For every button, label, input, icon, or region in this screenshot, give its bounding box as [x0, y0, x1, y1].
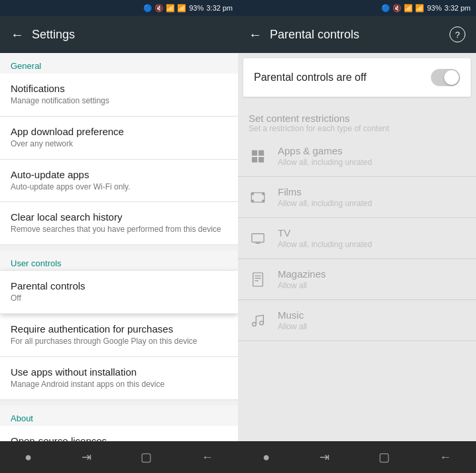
left-nav-square[interactable]: ▢ — [130, 445, 162, 470]
svg-point-17 — [260, 321, 264, 325]
right-header: ← Parental controls ? — [238, 16, 476, 53]
divider-2 — [0, 400, 238, 405]
content-restrictions-title: Set content restrictions — [249, 113, 465, 124]
notifications-subtitle: Manage notification settings — [11, 95, 227, 107]
apps-icon — [249, 147, 267, 166]
content-item-films[interactable]: Films Allow all, including unrated — [238, 177, 476, 218]
apps-subtitle: Allow all, including unrated — [278, 158, 465, 167]
auto-update-subtitle: Auto-update apps over Wi-Fi only. — [11, 182, 227, 193]
help-icon[interactable]: ? — [449, 26, 465, 42]
music-title: Music — [278, 309, 465, 321]
content-item-tv[interactable]: TV Allow all, including unrated — [238, 218, 476, 259]
svg-rect-6 — [262, 192, 265, 195]
left-back-icon[interactable]: ← — [11, 27, 24, 42]
divider-1 — [0, 245, 238, 250]
notifications-title: Notifications — [11, 83, 227, 94]
left-nav-home[interactable]: ● — [14, 445, 42, 470]
films-icon — [249, 188, 267, 207]
music-icon — [249, 311, 267, 330]
auto-update-title: Auto-update apps — [11, 169, 227, 180]
clear-search-subtitle: Remove searches that you have performed … — [11, 224, 227, 235]
left-panel: 🔵 🔇 📶 📶 93% 3:32 pm ← Settings General N… — [0, 0, 238, 473]
left-nav-recent[interactable]: ⇥ — [71, 445, 102, 470]
settings-item-app-download[interactable]: App download preference Over any network — [0, 117, 238, 160]
left-bottom-nav: ● ⇥ ▢ ← — [0, 441, 238, 473]
content-item-apps[interactable]: Apps & games Allow all, including unrate… — [238, 136, 476, 177]
svg-point-16 — [253, 322, 257, 326]
parental-toggle-label: Parental controls are off — [254, 72, 367, 83]
left-status-icons: 🔵 🔇 📶 📶 — [143, 4, 186, 13]
settings-item-clear-search[interactable]: Clear local search history Remove search… — [0, 202, 238, 245]
svg-rect-5 — [251, 192, 254, 195]
right-content: Parental controls are off Set content re… — [238, 53, 476, 441]
music-subtitle: Allow all — [278, 322, 465, 331]
right-nav-home[interactable]: ● — [252, 445, 280, 470]
auth-purchases-title: Require authentication for purchases — [11, 323, 227, 335]
films-subtitle: Allow all, including unrated — [278, 199, 465, 208]
right-time: 3:32 pm — [444, 4, 471, 12]
parental-toggle-switch[interactable] — [431, 69, 460, 86]
right-battery: 93% — [427, 4, 442, 12]
left-status-bar: 🔵 🔇 📶 📶 93% 3:32 pm — [0, 0, 238, 16]
settings-item-open-source[interactable]: Open-source licences — [0, 426, 238, 441]
right-panel: 🔵 🔇 📶 📶 93% 3:32 pm ← Parental controls … — [238, 0, 476, 473]
right-status-icons: 🔵 🔇 📶 📶 — [381, 4, 424, 13]
content-item-music[interactable]: Music Allow all — [238, 300, 476, 341]
svg-rect-8 — [262, 199, 265, 202]
right-nav-square[interactable]: ▢ — [368, 445, 400, 470]
films-title: Films — [278, 186, 465, 197]
settings-item-auth-purchases[interactable]: Require authentication for purchases For… — [0, 314, 238, 357]
svg-rect-9 — [252, 233, 264, 242]
content-item-magazines[interactable]: Magazines Allow all — [238, 259, 476, 300]
svg-rect-7 — [251, 199, 254, 202]
svg-rect-12 — [253, 272, 263, 286]
content-restrictions-subtitle: Set a restriction for each type of conte… — [249, 124, 465, 133]
content-restrictions-header: Set content restrictions Set a restricti… — [238, 102, 476, 136]
left-battery: 93% — [189, 4, 204, 12]
parental-controls-title: Parental controls — [11, 280, 227, 291]
settings-item-use-apps[interactable]: Use apps without installation Manage And… — [0, 357, 238, 400]
svg-rect-0 — [252, 150, 257, 155]
section-label-general: General — [0, 53, 238, 74]
svg-rect-3 — [259, 156, 264, 162]
app-download-title: App download preference — [11, 126, 227, 137]
magazines-icon — [249, 270, 267, 289]
right-back-icon[interactable]: ← — [249, 27, 262, 42]
settings-item-notifications[interactable]: Notifications Manage notification settin… — [0, 74, 238, 117]
right-status-bar: 🔵 🔇 📶 📶 93% 3:32 pm — [238, 0, 476, 16]
left-time: 3:32 pm — [206, 4, 233, 12]
use-apps-subtitle: Manage Android instant apps on this devi… — [11, 379, 227, 390]
use-apps-title: Use apps without installation — [11, 366, 227, 378]
auth-purchases-subtitle: For all purchases through Google Play on… — [11, 336, 227, 347]
tv-title: TV — [278, 227, 465, 238]
section-label-user-controls: User controls — [0, 250, 238, 271]
left-title: Settings — [32, 28, 75, 42]
magazines-title: Magazines — [278, 268, 465, 280]
right-bottom-nav: ● ⇥ ▢ ← — [238, 441, 476, 473]
apps-title: Apps & games — [278, 145, 465, 156]
settings-item-parental-controls[interactable]: Parental controls Off — [0, 271, 238, 314]
settings-item-auto-update[interactable]: Auto-update apps Auto-update apps over W… — [0, 160, 238, 203]
svg-rect-2 — [252, 156, 257, 162]
tv-icon — [249, 229, 267, 248]
left-header: ← Settings — [0, 16, 238, 53]
left-nav-back[interactable]: ← — [191, 445, 224, 470]
svg-rect-1 — [259, 150, 264, 155]
right-nav-recent[interactable]: ⇥ — [309, 445, 340, 470]
right-nav-back[interactable]: ← — [429, 445, 462, 470]
parental-controls-subtitle: Off — [11, 293, 227, 304]
open-source-title: Open-source licences — [11, 435, 227, 441]
app-download-subtitle: Over any network — [11, 138, 227, 150]
parental-toggle-card: Parental controls are off — [243, 58, 471, 97]
tv-subtitle: Allow all, including unrated — [278, 240, 465, 249]
left-content: General Notifications Manage notificatio… — [0, 53, 238, 441]
magazines-subtitle: Allow all — [278, 281, 465, 290]
section-label-about: About — [0, 405, 238, 426]
clear-search-title: Clear local search history — [11, 211, 227, 223]
right-title: Parental controls — [270, 28, 359, 42]
